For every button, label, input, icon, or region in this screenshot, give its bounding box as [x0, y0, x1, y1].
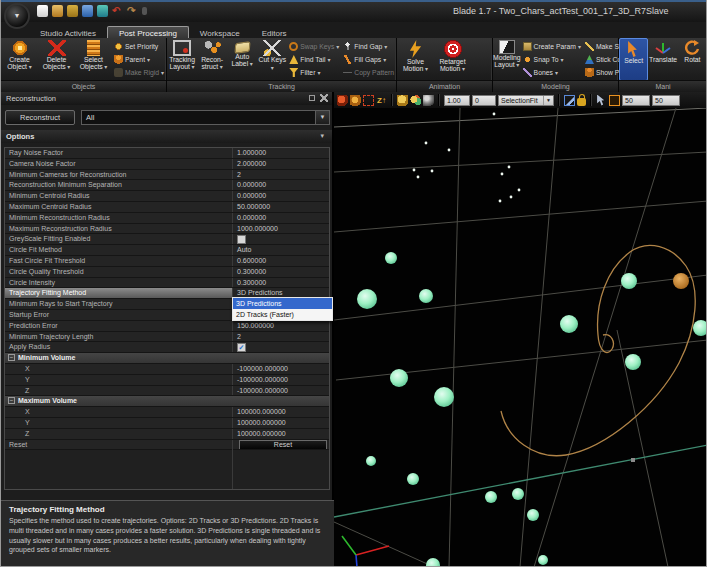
redo-icon[interactable]: ↷ [127, 5, 138, 17]
option-value[interactable]: Auto [233, 245, 329, 255]
option-row[interactable]: Circle Fit MethodAuto [5, 245, 329, 256]
option-row[interactable]: Y100000.000000 [5, 418, 329, 429]
parent-button[interactable]: Parent▾ [112, 53, 166, 66]
close-icon[interactable] [320, 94, 328, 102]
reset-button[interactable]: Reset [239, 440, 327, 449]
modeling-layout-button[interactable]: Modeling Layout ▾ [493, 38, 521, 81]
option-row[interactable]: Circle Intensity0.300000 [5, 278, 329, 289]
small-marker[interactable] [431, 170, 434, 173]
marker[interactable] [366, 456, 376, 466]
delete-objects-button[interactable]: Delete Objects ▾ [38, 38, 75, 81]
option-row[interactable]: Reconstruction Minimum Separation0.00000… [5, 180, 329, 191]
option-row[interactable]: ResetReset [5, 440, 329, 451]
option-row[interactable]: Z-100000.000000 [5, 386, 329, 397]
lock-icon[interactable] [577, 98, 586, 106]
collapse-icon[interactable]: − [8, 354, 15, 361]
marker[interactable] [357, 289, 377, 309]
option-row[interactable]: Maximum Reconstruction Radius1000.000000 [5, 224, 329, 235]
marker[interactable] [419, 289, 433, 303]
checkbox[interactable] [237, 235, 246, 244]
small-marker[interactable] [501, 173, 504, 176]
option-row[interactable]: Minimum Centroid Radius0.000000 [5, 191, 329, 202]
save-as-icon[interactable] [82, 5, 93, 17]
option-value[interactable]: 2 [233, 332, 329, 342]
dropdown-item[interactable]: 3D Predictions [233, 298, 332, 309]
selected-marker[interactable] [673, 273, 689, 289]
marker[interactable] [390, 369, 408, 387]
checkbox[interactable]: ✓ [237, 343, 246, 352]
option-value[interactable]: ✓ [233, 342, 329, 352]
3d-viewport[interactable]: Z↑1.000SelectionFit▼5050 [334, 92, 707, 567]
translate-button[interactable]: Translate [648, 38, 677, 81]
copy-pattern-button[interactable]: Copy Pattern [341, 66, 396, 79]
option-value[interactable]: 150.000000 [233, 321, 329, 331]
create-param-button[interactable]: Create Param▾ [521, 40, 583, 53]
create-object-button[interactable]: Create Object ▾ [1, 38, 38, 81]
option-value[interactable]: 0.600000 [233, 256, 329, 266]
orange-box-icon[interactable] [609, 95, 620, 106]
marker[interactable] [560, 315, 578, 333]
solve-motion-button[interactable]: Solve Motion ▾ [397, 38, 434, 81]
grab-icon[interactable] [397, 95, 408, 106]
chevron-down-icon[interactable]: ▼ [543, 96, 553, 105]
small-marker[interactable] [510, 196, 513, 199]
marker[interactable] [512, 488, 524, 500]
options-section-header[interactable]: Options ▾ [1, 130, 332, 143]
option-value[interactable]: -100000.000000 [233, 386, 329, 396]
marker[interactable] [485, 491, 497, 503]
option-value[interactable]: 0.000000 [233, 180, 329, 190]
recon-struct-button[interactable]: Recon- struct ▾ [197, 38, 227, 81]
option-row[interactable]: Minimum Trajectory Length2 [5, 332, 329, 343]
sphere-icon[interactable] [423, 95, 434, 106]
option-value[interactable]: 2 [233, 170, 329, 180]
viewport-canvas[interactable] [334, 108, 707, 567]
more-icon[interactable] [142, 7, 147, 15]
option-group-row[interactable]: −Minimum Volume [5, 353, 329, 364]
select-button[interactable]: Select [619, 38, 648, 81]
small-marker[interactable] [413, 169, 416, 172]
small-marker[interactable] [508, 166, 511, 169]
swap-keys-button[interactable]: Swap Keys▾ [287, 40, 341, 53]
rotat-button[interactable]: Rotat [678, 38, 707, 81]
pin-icon[interactable] [309, 95, 315, 101]
option-group-row[interactable]: −Maximum Volume [5, 396, 329, 407]
marker[interactable] [407, 473, 419, 485]
option-value[interactable]: 100000.000000 [233, 407, 329, 417]
find-tail-button[interactable]: Find Tail▾ [287, 53, 341, 66]
option-value[interactable]: 100000.000000 [233, 429, 329, 439]
option-value[interactable]: 1.000000 [233, 148, 329, 158]
option-row[interactable]: Fast Circle Fit Threshold0.600000 [5, 256, 329, 267]
grid-size-field[interactable]: 50 [622, 95, 650, 106]
trajectory-curve[interactable] [501, 245, 695, 455]
option-row[interactable]: Prediction Error150.000000 [5, 321, 329, 332]
grid-count-field[interactable]: 50 [652, 95, 680, 106]
marker[interactable] [385, 252, 397, 264]
marker[interactable] [693, 320, 707, 336]
option-value[interactable]: 1000.000000 [233, 224, 329, 234]
option-row[interactable]: Ray Noise Factor1.000000 [5, 148, 329, 159]
tracking-layout-button[interactable]: Tracking Layout ▾ [167, 38, 197, 81]
retarget-motion-button[interactable]: Retarget Motion ▾ [434, 38, 471, 81]
option-row[interactable]: Camera Noise Factor2.000000 [5, 159, 329, 170]
option-value[interactable]: 0.000000 [233, 213, 329, 223]
option-value[interactable]: -100000.000000 [233, 375, 329, 385]
camera-red-icon[interactable] [337, 95, 348, 106]
option-row[interactable]: Apply Radius✓ [5, 342, 329, 353]
option-row[interactable]: Minimum Cameras for Reconstruction2 [5, 170, 329, 181]
option-value[interactable]: 100000.000000 [233, 418, 329, 428]
marker[interactable] [527, 509, 539, 521]
option-row[interactable]: X-100000.000000 [5, 364, 329, 375]
option-row[interactable]: Minimum Reconstruction Radius0.000000 [5, 213, 329, 224]
reconstruct-button[interactable]: Reconstruct [5, 110, 75, 125]
bones-button[interactable]: Bones▾ [521, 66, 583, 79]
marker[interactable] [434, 387, 454, 407]
marquee-red-icon[interactable] [363, 95, 374, 106]
make-rigid-button[interactable]: Make Rigid▾ [112, 66, 166, 79]
option-value[interactable]: 0.000000 [233, 191, 329, 201]
option-value[interactable]: Reset [233, 440, 329, 450]
option-value[interactable]: -100000.000000 [233, 364, 329, 374]
undo-icon[interactable]: ↶ [112, 5, 123, 17]
option-row[interactable]: Z100000.000000 [5, 429, 329, 440]
select-region-icon[interactable] [564, 95, 575, 106]
marker[interactable] [538, 555, 548, 565]
